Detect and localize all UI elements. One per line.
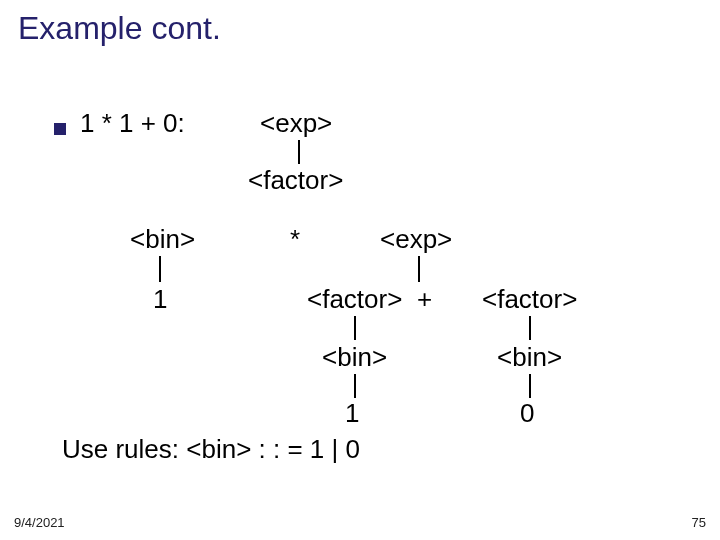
footer-page-number: 75 <box>692 515 706 530</box>
leaf-1a: 1 <box>153 284 167 315</box>
footer-date: 9/4/2021 <box>14 515 65 530</box>
slide-title: Example cont. <box>18 10 221 47</box>
leaf-1b: 1 <box>345 398 359 429</box>
node-factor-1: <factor> <box>248 165 343 196</box>
node-exp-2: <exp> <box>380 224 452 255</box>
tree-edge <box>418 256 420 282</box>
tree-edge <box>529 374 531 398</box>
tree-edge <box>529 316 531 340</box>
node-plus: + <box>417 284 432 315</box>
node-bin-2: <bin> <box>322 342 387 373</box>
bullet-icon <box>54 123 66 135</box>
node-factor-3: <factor> <box>482 284 577 315</box>
expression-text: 1 * 1 + 0: <box>80 108 185 139</box>
tree-edge <box>159 256 161 282</box>
leaf-0: 0 <box>520 398 534 429</box>
tree-edge <box>354 316 356 340</box>
rules-text: Use rules: <bin> : : = 1 | 0 <box>62 434 360 465</box>
node-bin-1: <bin> <box>130 224 195 255</box>
node-star: * <box>290 224 300 255</box>
tree-edge <box>298 140 300 164</box>
node-factor-2: <factor> <box>307 284 402 315</box>
node-exp-root: <exp> <box>260 108 332 139</box>
node-bin-3: <bin> <box>497 342 562 373</box>
tree-edge <box>354 374 356 398</box>
